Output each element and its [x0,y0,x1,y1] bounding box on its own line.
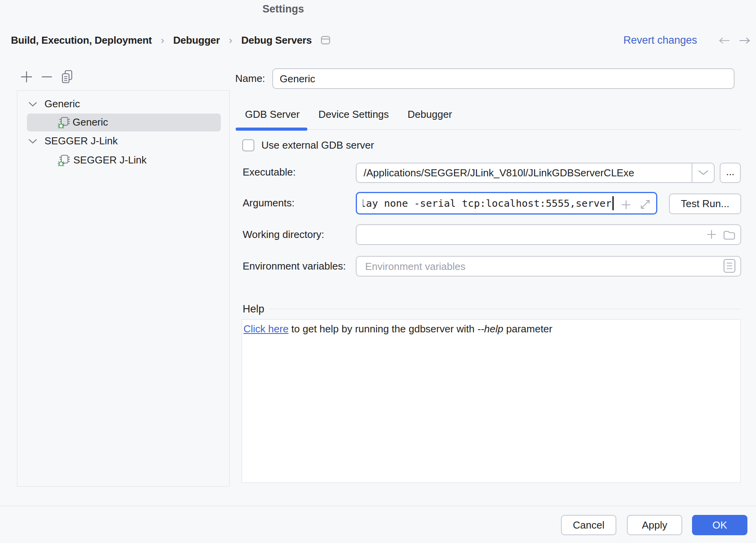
settings-dialog: Settings Build, Execution, Deployment › … [0,0,756,543]
help-section-title: Help [243,304,264,314]
tree-group-segger-jlink[interactable]: SEGGER J-Link [44,136,118,146]
window-icon [321,35,331,45]
help-text: Click here to get help by running the gd… [243,323,552,334]
executable-label: Executable: [243,167,296,177]
working-directory-input[interactable] [356,224,741,245]
breadcrumb: Build, Execution, Deployment › Debugger … [11,34,331,47]
name-input-value: Generic [280,74,315,84]
name-input[interactable]: Generic [272,68,735,89]
ok-button[interactable]: OK [692,515,747,535]
executable-combobox[interactable]: /Applications/SEGGER/JLink_V810l/JLinkGD… [356,163,715,183]
debug-servers-tree-panel [17,90,230,487]
ellipsis-label: ... [726,166,735,178]
add-macro-icon[interactable] [621,200,631,211]
tree-item-segger-jlink[interactable]: SEGGER J-Link [73,155,147,165]
apply-button[interactable]: Apply [627,515,682,535]
help-flag: --help [477,323,503,335]
chevron-down-icon[interactable] [28,138,37,146]
tree-group-generic[interactable]: Generic [44,99,80,109]
tab-gdb-server[interactable]: GDB Server [236,105,309,124]
breadcrumb-item-build-execution-deployment[interactable]: Build, Execution, Deployment [11,34,152,46]
browse-executable-button[interactable]: ... [720,163,741,183]
help-text-mid: to get help by running the gdbserver wit… [289,323,477,335]
working-directory-label: Working directory: [243,229,324,240]
revert-changes-link[interactable]: Revert changes [623,34,697,46]
tree-item-generic[interactable]: Generic [73,117,108,128]
debug-server-chip-icon [58,116,71,131]
help-section-rule [269,309,740,309]
executable-value: /Applications/SEGGER/JLink_V810l/JLinkGD… [364,168,634,178]
help-text-end: parameter [503,323,552,335]
environment-variables-placeholder: Environment variables [365,261,465,272]
help-link[interactable]: Click here [243,323,289,335]
forward-arrow-icon[interactable] [739,37,751,46]
expand-field-icon[interactable] [640,199,650,211]
breadcrumb-separator-icon: › [229,34,232,46]
use-external-gdb-server-checkbox[interactable] [242,139,254,151]
breadcrumb-item-debugger[interactable]: Debugger [173,34,220,46]
test-run-label: Test Run... [681,198,729,210]
folder-browse-icon[interactable] [723,230,735,242]
use-external-gdb-server-label[interactable]: Use external GDB server [261,140,374,150]
arguments-value: lay none -serial tcp:localhost:5555,serv… [363,197,612,209]
test-run-button[interactable]: Test Run... [669,193,741,214]
copy-button[interactable] [60,69,74,86]
cancel-label: Cancel [573,519,605,531]
breadcrumb-item-debug-servers[interactable]: Debug Servers [241,34,312,46]
tree-selection-highlight [27,114,221,131]
arguments-label: Arguments: [243,198,295,208]
footer-separator [0,506,756,506]
back-arrow-icon[interactable] [719,37,730,46]
environment-variables-input[interactable]: Environment variables [356,256,741,277]
executable-dropdown-button[interactable] [692,163,714,182]
tab-debugger[interactable]: Debugger [398,105,461,124]
edit-environment-variables-icon[interactable] [722,258,737,275]
tab-baseline [236,129,741,130]
arguments-value-clip: lay none -serial tcp:localhost:5555,serv… [363,193,615,213]
name-label: Name: [235,73,265,83]
chevron-down-icon [698,170,708,176]
chevron-down-icon[interactable] [28,101,37,108]
ok-label: OK [712,519,727,531]
text-caret [612,196,614,210]
help-panel: Click here to get help by running the gd… [241,319,741,483]
debug-server-chip-icon [58,154,71,169]
add-macro-icon[interactable] [706,229,717,241]
tab-device-settings[interactable]: Device Settings [309,105,398,124]
add-button[interactable] [20,70,33,85]
cancel-button[interactable]: Cancel [561,515,616,535]
dialog-title: Settings [232,2,334,16]
breadcrumb-separator-icon: › [161,34,164,46]
environment-variables-label: Environment variables: [243,261,346,271]
remove-button[interactable] [41,71,53,84]
active-tab-indicator [236,128,307,131]
apply-label: Apply [642,519,667,531]
tab-bar: GDB Server Device Settings Debugger [236,105,461,124]
